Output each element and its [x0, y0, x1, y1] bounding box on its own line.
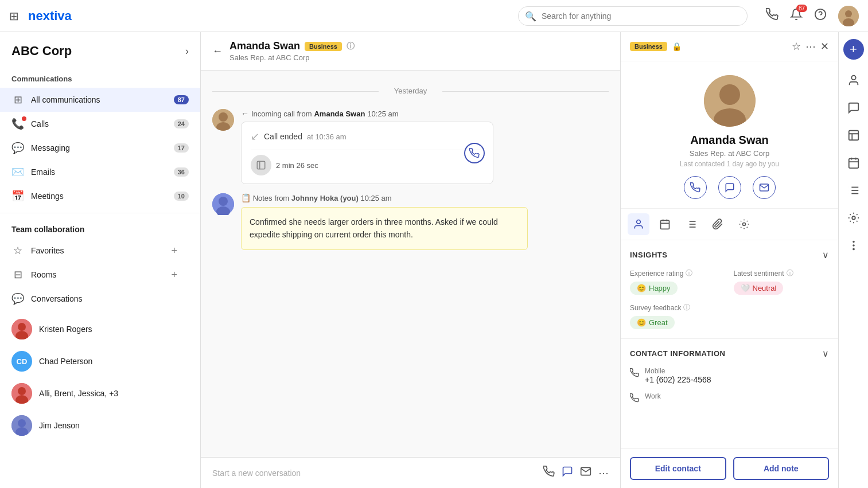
sidebar-item-favorites[interactable]: ☆ Favorites +: [11, 239, 189, 263]
chat-back-button[interactable]: ←: [212, 45, 223, 57]
rail-list-button[interactable]: [842, 179, 865, 202]
insights-header[interactable]: INSIGHTS ∨: [630, 249, 829, 260]
conversation-item-chad[interactable]: CD Chad Peterson: [0, 345, 200, 377]
sidebar-item-emails[interactable]: ✉️ Emails 36: [0, 160, 200, 184]
rail-contacts-button[interactable]: [842, 69, 865, 92]
search-input[interactable]: [518, 6, 748, 26]
rp-more-button[interactable]: ⋯: [805, 40, 816, 53]
footer-email-button[interactable]: [580, 466, 591, 480]
top-navigation: ⊞ nextiva 🔍 87: [0, 0, 868, 32]
work-label: Work: [645, 392, 661, 400]
search-container: 🔍: [518, 6, 748, 26]
contact-last-contacted: Last contacted 1 day ago by you: [680, 160, 779, 168]
nav-icons: 87: [766, 6, 859, 26]
contact-info-header[interactable]: CONTACT INFORMATION ∨: [630, 348, 829, 359]
messaging-badge: 17: [174, 143, 189, 153]
svg-point-51: [853, 249, 854, 250]
conversation-item-jim[interactable]: Jim Jenson: [0, 409, 200, 442]
grid-apps-icon[interactable]: ⊞: [9, 9, 19, 23]
conversation-item-alli[interactable]: Alli, Brent, Jessica, +3: [0, 377, 200, 409]
contact-email-button[interactable]: [753, 176, 776, 199]
footer-phone-button[interactable]: [543, 466, 555, 480]
rail-analytics-button[interactable]: [842, 124, 865, 147]
survey-help-icon[interactable]: ⓘ: [683, 303, 690, 313]
contact-avatar-inner: [704, 75, 756, 127]
svg-point-48: [852, 216, 855, 220]
rp-tab-calendar[interactable]: [654, 213, 676, 235]
chat-info-icon[interactable]: ⓘ: [347, 41, 355, 52]
message-icon: 💬: [11, 142, 24, 154]
sidebar-item-messaging[interactable]: 💬 Messaging 17: [0, 136, 200, 160]
user-avatar[interactable]: [838, 6, 859, 26]
rail-more-button[interactable]: [842, 234, 865, 257]
call-duration-text: 2 min 26 sec: [276, 161, 318, 170]
rail-settings-button[interactable]: [842, 206, 865, 229]
experience-rating-label: Experience rating ⓘ: [630, 268, 726, 278]
incoming-call-label: Incoming call from: [251, 110, 312, 118]
sidebar-item-calls[interactable]: 📞 Calls 24: [0, 112, 200, 136]
grid-icon: ⊞: [11, 93, 24, 106]
contact-mobile-item: Mobile +1 (602) 225-4568: [630, 367, 829, 384]
rail-calendar-button[interactable]: [842, 151, 865, 174]
main-layout: ABC Corp › Communications ⊞ All communic…: [0, 32, 868, 488]
sentiment-help-icon[interactable]: ⓘ: [787, 268, 793, 278]
footer-message-button[interactable]: [562, 466, 573, 480]
right-panel-header: Business 🔒 ☆ ⋯ ✕: [621, 32, 838, 61]
call-card: ↙ Call ended at 10:36 am 2 min 26 sec: [241, 122, 493, 184]
app-logo: nextiva: [28, 9, 72, 24]
bell-icon-btn[interactable]: 87: [790, 8, 803, 24]
chat-input-placeholder[interactable]: Start a new conversation: [212, 469, 536, 478]
svg-point-8: [18, 387, 26, 395]
experience-help-icon[interactable]: ⓘ: [686, 268, 692, 278]
contact-phone-button[interactable]: [684, 176, 707, 199]
help-icon-btn[interactable]: [814, 8, 827, 24]
mobile-value: +1 (602) 225-4568: [645, 375, 711, 384]
svg-point-50: [853, 245, 854, 246]
rail-messages-button[interactable]: [842, 96, 865, 119]
rp-tab-paperclip[interactable]: [707, 213, 729, 235]
rp-close-button[interactable]: ✕: [820, 40, 829, 53]
sidebar-collapse-button[interactable]: ›: [185, 45, 189, 57]
rp-tab-settings[interactable]: [733, 213, 755, 235]
favorites-label: Favorites: [31, 246, 164, 255]
rooms-add-button[interactable]: +: [171, 269, 177, 281]
contact-work-item: Work: [630, 392, 829, 405]
sidebar-item-meetings[interactable]: 📅 Meetings 10: [0, 184, 200, 208]
rp-star-button[interactable]: ☆: [792, 40, 801, 53]
edit-contact-button[interactable]: Edit contact: [630, 457, 726, 480]
contact-chat-button[interactable]: [718, 176, 741, 199]
favorites-add-button[interactable]: +: [171, 245, 177, 257]
rp-tab-list[interactable]: [680, 213, 702, 235]
notes-author: Johnny Hoka (you): [291, 194, 359, 202]
rp-business-badge: Business: [630, 42, 667, 51]
mobile-phone-icon: [630, 368, 639, 380]
calls-label: Calls: [31, 119, 167, 128]
call-back-button[interactable]: [464, 143, 485, 163]
footer-more-button[interactable]: ⋯: [598, 467, 609, 479]
conversation-item-kristen[interactable]: Kristen Rogers: [0, 313, 200, 345]
notes-from-label: Notes from: [253, 194, 290, 202]
neutral-icon: 🤍: [741, 284, 750, 292]
phone-icon-btn[interactable]: [766, 8, 779, 24]
svg-point-22: [719, 84, 740, 105]
chat-header: ← Amanda Swan Business ⓘ Sales Rep. at A…: [201, 32, 620, 71]
chad-name: Chad Peterson: [39, 357, 92, 366]
add-note-button[interactable]: Add note: [733, 457, 830, 480]
rail-add-button[interactable]: +: [843, 39, 864, 60]
svg-rect-16: [257, 161, 265, 169]
meetings-label: Meetings: [31, 192, 167, 201]
notes-content: 📋 Notes from Johnny Hoka (you) 10:25 am …: [241, 193, 609, 250]
calls-dot: [22, 116, 26, 121]
sidebar-item-all-communications[interactable]: ⊞ All communications 87: [0, 88, 200, 112]
notes-text: Confirmed she needs larger orders in thr…: [250, 217, 498, 239]
chat-business-badge: Business: [305, 42, 342, 51]
great-icon: 😊: [637, 318, 646, 327]
rp-footer-buttons: Edit contact Add note: [621, 448, 838, 488]
svg-point-36: [851, 76, 855, 80]
caller-avatar: [212, 109, 234, 131]
calls-badge: 24: [174, 119, 189, 128]
rp-tab-person[interactable]: [628, 213, 649, 235]
caller-name: Amanda Swan: [314, 110, 365, 118]
sentiment-value: 🤍 Neutral: [734, 282, 784, 295]
sidebar-item-rooms[interactable]: ⊟ Rooms +: [11, 263, 189, 287]
